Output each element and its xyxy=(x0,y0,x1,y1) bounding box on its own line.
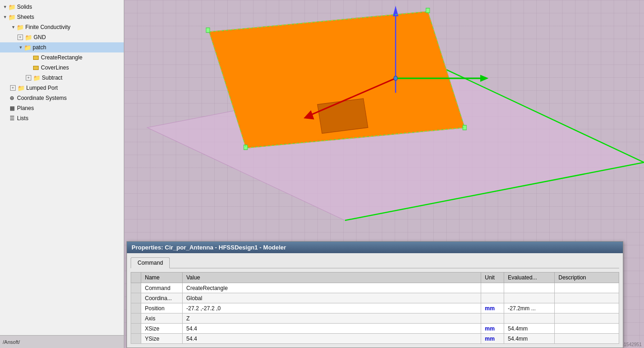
status-path: /Ansoft/ xyxy=(3,339,20,345)
planes-label: Planes xyxy=(17,105,34,111)
col-description: Description xyxy=(555,273,619,283)
patch-label: patch xyxy=(33,44,46,51)
row-unit: mm xyxy=(481,303,504,313)
row-evaluated xyxy=(504,293,555,303)
sidebar-item-finite-conductivity[interactable]: ▼ 📁 Finite Conductivity xyxy=(0,22,124,32)
col-num xyxy=(131,273,141,283)
row-num xyxy=(131,303,141,313)
sidebar: ▼ 📁 Solids ▼ 📁 Sheets ▼ 📁 Finite Conduct… xyxy=(0,0,124,348)
row-value[interactable]: 54.4 xyxy=(183,324,481,334)
row-unit: mm xyxy=(481,334,504,344)
folder-icon-gnd: 📁 xyxy=(25,34,32,41)
expander-solids[interactable]: ▼ xyxy=(2,4,8,10)
solids-label: Solids xyxy=(17,4,32,10)
main-area: https://blog.csdn.net/qq_41542951 Proper… xyxy=(124,0,644,348)
finite-conductivity-label: Finite Conductivity xyxy=(25,24,70,30)
row-unit xyxy=(481,293,504,303)
row-evaluated: 54.4mm xyxy=(504,324,555,334)
row-num xyxy=(131,313,141,324)
expander-cr xyxy=(26,54,32,61)
dialog-title: Properties: Cir_por_Antenna - HFSSDesign… xyxy=(132,244,286,251)
gnd-label: GND xyxy=(34,34,46,41)
tab-command[interactable]: Command xyxy=(131,257,170,268)
row-description xyxy=(555,334,619,344)
table-row[interactable]: XSize54.4mm54.4mm xyxy=(131,324,619,334)
row-num xyxy=(131,334,141,344)
sidebar-item-lumped-port[interactable]: + 📁 Lumped Port xyxy=(0,83,124,93)
row-value[interactable]: 54.4 xyxy=(183,334,481,344)
dialog-titlebar: Properties: Cir_por_Antenna - HFSSDesign… xyxy=(127,242,623,253)
row-description xyxy=(555,303,619,313)
folder-icon-lp: 📁 xyxy=(17,84,25,92)
table-row[interactable]: Coordina...Global xyxy=(131,293,619,303)
sidebar-item-sheets[interactable]: ▼ 📁 Sheets xyxy=(0,12,124,22)
row-value[interactable]: Z xyxy=(183,313,481,324)
expander-sheets[interactable]: ▼ xyxy=(2,14,8,20)
row-name: Command xyxy=(141,283,183,293)
expander-cs xyxy=(2,95,8,101)
lumped-port-label: Lumped Port xyxy=(26,85,58,91)
col-evaluated: Evaluated... xyxy=(504,273,555,283)
dialog-body: Command Name Value Unit Evaluated... Des… xyxy=(127,253,623,348)
col-name: Name xyxy=(141,273,183,283)
expander-lists xyxy=(2,115,8,122)
row-unit xyxy=(481,313,504,324)
row-evaluated xyxy=(504,313,555,324)
row-description xyxy=(555,324,619,334)
expander-patch[interactable]: ▼ xyxy=(17,44,24,51)
coord-icon: ⊕ xyxy=(8,94,16,102)
row-value[interactable]: CreateRectangle xyxy=(183,283,481,293)
row-name: YSize xyxy=(141,334,183,344)
create-rectangle-label: CreateRectangle xyxy=(41,54,82,61)
row-evaluated: 54.4mm xyxy=(504,334,555,344)
props-tbody: CommandCreateRectangleCoordina...GlobalP… xyxy=(131,283,619,344)
col-value: Value xyxy=(183,273,481,283)
tree-panel[interactable]: ▼ 📁 Solids ▼ 📁 Sheets ▼ 📁 Finite Conduct… xyxy=(0,0,124,335)
row-value[interactable]: -27.2 ,-27.2 ,0 xyxy=(183,303,481,313)
svg-rect-13 xyxy=(206,28,210,32)
planes-icon: ▦ xyxy=(8,104,16,112)
folder-icon-fc: 📁 xyxy=(17,23,24,31)
row-value[interactable]: Global xyxy=(183,293,481,303)
sheets-label: Sheets xyxy=(17,14,34,20)
table-row[interactable]: YSize54.4mm54.4mm xyxy=(131,334,619,344)
sidebar-item-coord-sys[interactable]: ⊕ Coordinate Systems xyxy=(0,93,124,103)
expander-cl xyxy=(26,64,32,71)
tab-bar: Command xyxy=(131,257,619,268)
cover-lines-label: CoverLines xyxy=(41,64,69,71)
folder-icon-subtract: 📁 xyxy=(33,74,40,81)
expander-finite-cond[interactable]: ▼ xyxy=(10,24,17,30)
sidebar-item-lists[interactable]: ☰ Lists xyxy=(0,113,124,123)
table-row[interactable]: Position-27.2 ,-27.2 ,0mm-27.2mm ... xyxy=(131,303,619,313)
col-unit: Unit xyxy=(481,273,504,283)
sidebar-item-solids[interactable]: ▼ 📁 Solids xyxy=(0,2,124,12)
row-unit: mm xyxy=(481,324,504,334)
row-description xyxy=(555,293,619,303)
folder-icon-patch: 📁 xyxy=(24,44,31,51)
sidebar-item-create-rectangle[interactable]: CreateRectangle xyxy=(0,52,124,63)
lists-label: Lists xyxy=(17,115,29,122)
folder-icon: 📁 xyxy=(8,3,16,11)
expander-gnd[interactable]: + xyxy=(17,35,23,40)
svg-point-12 xyxy=(394,76,397,81)
folder-icon-sheets: 📁 xyxy=(8,13,16,21)
sidebar-item-planes[interactable]: ▦ Planes xyxy=(0,103,124,113)
sidebar-item-cover-lines[interactable]: CoverLines xyxy=(0,63,124,73)
sidebar-item-subtract[interactable]: + 📁 Subtract xyxy=(0,73,124,83)
table-row[interactable]: AxisZ xyxy=(131,313,619,324)
rect-icon-cl xyxy=(32,64,40,71)
row-name: Axis xyxy=(141,313,183,324)
row-num xyxy=(131,283,141,293)
row-evaluated: -27.2mm ... xyxy=(504,303,555,313)
row-name: Position xyxy=(141,303,183,313)
svg-marker-9 xyxy=(480,75,489,82)
sidebar-item-patch[interactable]: ▼ 📁 patch xyxy=(0,42,124,52)
properties-dialog: Properties: Cir_por_Antenna - HFSSDesign… xyxy=(126,241,623,348)
expander-lp[interactable]: + xyxy=(10,85,16,91)
expander-subtract[interactable]: + xyxy=(26,75,31,81)
row-description xyxy=(555,313,619,324)
sidebar-item-gnd[interactable]: + 📁 GND xyxy=(0,32,124,42)
expander-planes xyxy=(2,105,8,111)
lists-icon: ☰ xyxy=(8,115,16,122)
table-row[interactable]: CommandCreateRectangle xyxy=(131,283,619,293)
